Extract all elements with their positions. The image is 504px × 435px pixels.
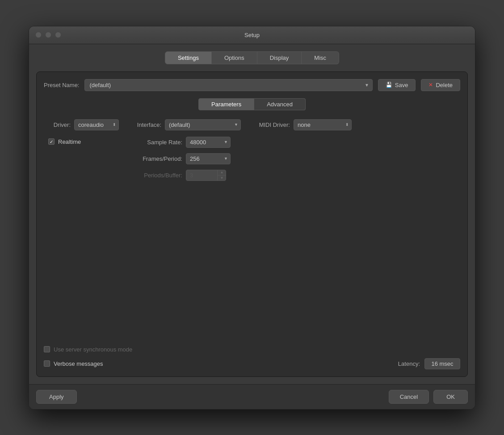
latency-row: Latency: 16 msec <box>398 358 460 369</box>
preset-name-label: Preset Name: <box>44 82 79 88</box>
periods-buffer-row: Periods/Buffer: ▲ ▼ <box>133 170 460 181</box>
realtime-row: Realtime <box>48 138 133 145</box>
server-sync-checkbox[interactable] <box>44 346 50 352</box>
params-content: Driver: coreaudio ⬍ Interface: <box>44 119 460 337</box>
sample-rate-label: Sample Rate: <box>133 139 182 146</box>
cancel-button[interactable]: Cancel <box>389 390 429 404</box>
driver-group: Driver: coreaudio ⬍ <box>44 119 119 130</box>
inner-tab-bar: Parameters Advanced <box>44 98 460 110</box>
realtime-checkbox[interactable] <box>48 138 55 145</box>
preset-select-wrapper: (default) ▼ <box>84 79 372 91</box>
titlebar: Setup <box>29 26 475 44</box>
sample-rate-select-wrapper: 48000 44100 96000 ▼ <box>186 137 231 148</box>
interface-select-wrapper: (default) ▼ <box>165 119 241 130</box>
preset-select[interactable]: (default) <box>84 79 372 91</box>
tab-options[interactable]: Options <box>212 51 257 64</box>
ok-button[interactable]: OK <box>433 390 468 404</box>
realtime-label: Realtime <box>58 138 81 145</box>
midi-driver-label: MIDI Driver: <box>250 121 290 128</box>
minimize-button[interactable] <box>45 32 51 38</box>
right-section: Sample Rate: 48000 44100 96000 ▼ <box>133 137 460 181</box>
apply-button[interactable]: Apply <box>36 390 77 404</box>
spinner-down-button[interactable]: ▼ <box>218 176 226 181</box>
tab-display[interactable]: Display <box>257 51 302 64</box>
frames-select-wrapper: 256 64 128 512 1024 ▼ <box>186 153 231 164</box>
server-sync-label: Use server synchronous mode <box>54 346 132 353</box>
sample-rate-row: Sample Rate: 48000 44100 96000 ▼ <box>133 137 460 148</box>
tab-settings[interactable]: Settings <box>165 51 212 64</box>
close-button[interactable] <box>35 32 42 38</box>
interface-group: Interface: (default) ▼ <box>128 119 241 130</box>
save-button[interactable]: 💾 Save <box>378 79 416 91</box>
tab-parameters[interactable]: Parameters <box>198 98 254 110</box>
frames-period-label: Frames/Period: <box>133 155 182 162</box>
preset-row: Preset Name: (default) ▼ 💾 Save ✕ Delete <box>44 79 460 91</box>
interface-select[interactable]: (default) <box>165 119 241 130</box>
midi-driver-select[interactable]: none <box>294 119 352 130</box>
footer: Apply Cancel OK <box>29 384 475 409</box>
mid-section: Realtime Sample Rate: 48000 44100 <box>44 137 460 181</box>
periods-buffer-spinner: ▲ ▼ <box>186 170 226 181</box>
latency-label: Latency: <box>398 360 420 367</box>
delete-icon: ✕ <box>428 82 433 88</box>
sample-rate-select[interactable]: 48000 44100 96000 <box>186 137 231 148</box>
left-section: Realtime <box>44 137 133 181</box>
midi-group: MIDI Driver: none ⬍ <box>250 119 352 130</box>
periods-buffer-label: Periods/Buffer: <box>133 172 182 179</box>
tab-misc[interactable]: Misc <box>302 51 339 64</box>
main-content: Settings Options Display Misc Preset Nam… <box>29 44 475 384</box>
footer-right: Cancel OK <box>389 390 468 404</box>
frames-period-select[interactable]: 256 64 128 512 1024 <box>186 153 231 164</box>
delete-button[interactable]: ✕ Delete <box>421 79 460 91</box>
maximize-button[interactable] <box>55 32 61 38</box>
verbose-checkbox[interactable] <box>44 360 50 367</box>
bottom-options: Use server synchronous mode Verbose mess… <box>44 337 460 369</box>
traffic-lights <box>35 32 61 38</box>
driver-select[interactable]: coreaudio <box>74 119 119 130</box>
inner-panel: Preset Name: (default) ▼ 💾 Save ✕ Delete <box>36 71 468 377</box>
latency-value: 16 msec <box>424 358 460 369</box>
window-title: Setup <box>244 32 260 38</box>
top-tab-bar: Settings Options Display Misc <box>36 51 468 64</box>
verbose-latency-row: Verbose messages Latency: 16 msec <box>44 358 460 369</box>
interface-label: Interface: <box>128 121 161 128</box>
params-main: Driver: coreaudio ⬍ Interface: <box>44 119 460 369</box>
spinner-up-button[interactable]: ▲ <box>218 170 226 176</box>
server-sync-row: Use server synchronous mode <box>44 346 460 353</box>
frames-period-row: Frames/Period: 256 64 128 512 1024 <box>133 153 460 164</box>
save-icon: 💾 <box>386 82 392 88</box>
driver-interface-row: Driver: coreaudio ⬍ Interface: <box>44 119 460 130</box>
driver-label: Driver: <box>44 121 71 128</box>
tab-advanced[interactable]: Advanced <box>254 98 306 110</box>
midi-select-wrapper: none ⬍ <box>294 119 352 130</box>
main-window: Setup Settings Options Display Misc Pres… <box>29 26 475 410</box>
driver-select-wrapper: coreaudio ⬍ <box>74 119 119 130</box>
verbose-row: Verbose messages <box>44 360 103 367</box>
spinner-arrows: ▲ ▼ <box>217 170 226 181</box>
verbose-label: Verbose messages <box>54 360 103 367</box>
